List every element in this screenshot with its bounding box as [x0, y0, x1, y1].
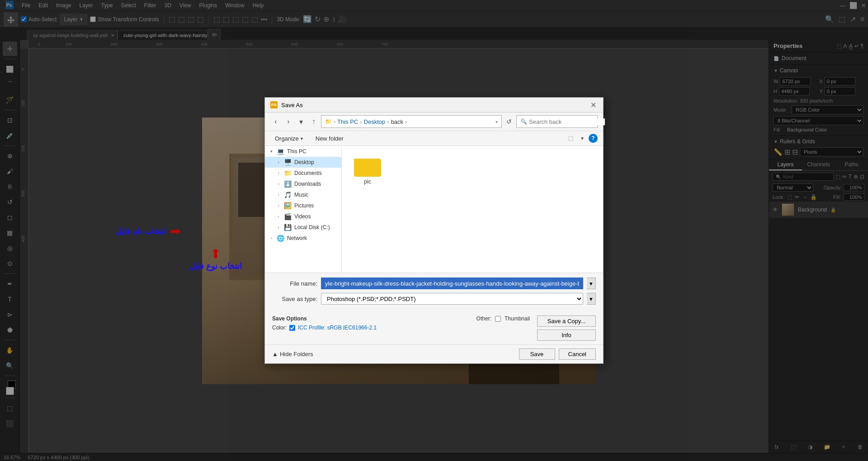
icc-checkbox[interactable]	[289, 325, 295, 331]
videos-label: Videos	[294, 213, 311, 220]
dialog-close-btn[interactable]: ✕	[589, 100, 598, 109]
filename-input[interactable]	[321, 278, 583, 289]
music-icon: 🎵	[284, 191, 292, 198]
annotation-filename: انتخاب نام فایل ➡	[115, 224, 180, 239]
breadcrumb-sep3: ›	[405, 118, 407, 125]
sidebar-desktop[interactable]: › 🖥️ Desktop	[265, 157, 341, 168]
dialog-form: File name: ▾ Save as type: Photoshop (*.…	[265, 273, 603, 313]
save-copy-btn[interactable]: Save a Copy...	[537, 315, 596, 327]
this-pc-expand[interactable]: ▾	[269, 149, 274, 154]
nav-refresh-btn[interactable]: ↺	[504, 116, 514, 127]
dialog-body: ▾ 💻 This PC › 🖥️ Desktop › 📁 Documents	[265, 146, 603, 273]
other-label: Other:	[476, 315, 491, 322]
footer-buttons: Save Cancel	[519, 348, 596, 360]
annotation-filetype-text: انتخاب نوع فایل	[189, 261, 242, 271]
color-label: Color:	[272, 325, 287, 331]
savetype-label: Save as type:	[272, 296, 317, 302]
search-input[interactable]	[529, 118, 605, 125]
organize-arrow: ▾	[301, 136, 303, 141]
hide-folders-label: Hide Folders	[280, 351, 313, 358]
help-btn[interactable]: ?	[589, 134, 598, 143]
cancel-btn[interactable]: Cancel	[559, 348, 596, 360]
save-options-other: Other: Thumbnail	[476, 315, 530, 322]
view-dropdown-btn[interactable]: ▾	[577, 133, 588, 144]
dialog-toolbar: Organize ▾ New folder ⬚ ▾ ?	[265, 131, 603, 146]
network-label: Network	[287, 235, 307, 241]
dialog-sidebar: ▾ 💻 This PC › 🖥️ Desktop › 📁 Documents	[265, 146, 342, 273]
music-label: Music	[294, 192, 308, 198]
folder-body	[354, 159, 381, 177]
dialog-files: pic	[342, 146, 603, 273]
save-as-dialog: PS Save As ✕ ‹ › ▾ ↑ 📁 › This PC › Deskt…	[264, 97, 604, 364]
dialog-titlebar: PS Save As ✕	[265, 98, 603, 113]
annotation-filetype: ⬆ انتخاب نوع فایل	[189, 246, 242, 271]
savetype-dropdown-arrow[interactable]: ▾	[587, 293, 596, 305]
local-disk-expand[interactable]: ›	[276, 225, 281, 230]
sidebar-local-disk[interactable]: › 💾 Local Disk (C:)	[265, 222, 341, 233]
breadcrumb-sep2: ›	[387, 118, 389, 125]
network-expand[interactable]: ›	[269, 235, 274, 241]
breadcrumb-back: back	[391, 118, 403, 125]
local-disk-label: Local Disk (C:)	[294, 224, 330, 230]
save-options-content: Save Options Color: ICC Profile: sRGB IE…	[272, 315, 596, 341]
breadcrumb-dropdown-btn[interactable]: ▾	[495, 119, 498, 124]
save-options-section: Save Options Color: ICC Profile: sRGB IE…	[265, 313, 603, 344]
pic-folder-icon	[354, 155, 381, 177]
downloads-expand[interactable]: ›	[276, 181, 281, 187]
save-options-title: Save Options	[272, 315, 469, 322]
desktop-label: Desktop	[294, 159, 314, 165]
documents-expand[interactable]: ›	[276, 170, 281, 176]
videos-expand[interactable]: ›	[276, 214, 281, 219]
sidebar-documents[interactable]: › 📁 Documents	[265, 168, 341, 179]
savetype-select[interactable]: Photoshop (*.PSD;*.PDD;*.PSDT)	[321, 293, 583, 305]
breadcrumb-this-pc[interactable]: This PC	[337, 118, 358, 125]
organize-label: Organize	[275, 135, 299, 142]
nav-back-btn[interactable]: ‹	[270, 116, 281, 127]
organize-btn[interactable]: Organize ▾	[270, 134, 307, 143]
sidebar-pictures[interactable]: › 🖼️ Pictures	[265, 200, 341, 211]
info-btn[interactable]: Info	[537, 329, 596, 341]
sidebar-network[interactable]: › 🌐 Network	[265, 233, 341, 244]
search-box: 🔍	[516, 115, 598, 128]
search-icon: 🔍	[520, 118, 527, 125]
save-btn[interactable]: Save	[519, 348, 555, 360]
sidebar-videos[interactable]: › 🎬 Videos	[265, 211, 341, 222]
hide-folders-arrow: ▲	[272, 351, 278, 358]
view-icons: ⬚ ▾ ?	[565, 133, 598, 144]
save-options-left: Save Options Color: ICC Profile: sRGB IE…	[272, 315, 469, 331]
breadcrumb-sep1: ›	[360, 118, 362, 125]
dialog-titlebar-left: PS Save As	[270, 101, 303, 108]
pictures-icon: 🖼️	[284, 202, 292, 209]
pic-label: pic	[364, 179, 371, 185]
this-pc-label: This PC	[287, 148, 307, 155]
file-pic[interactable]: pic	[347, 151, 388, 188]
downloads-label: Downloads	[294, 181, 321, 187]
network-icon: 🌐	[277, 235, 284, 242]
new-folder-btn[interactable]: New folder	[311, 134, 348, 143]
nav-up-btn[interactable]: ↑	[308, 116, 319, 127]
breadcrumb-desktop[interactable]: Desktop	[364, 118, 386, 125]
other-row: Other: Thumbnail	[476, 315, 530, 322]
breadcrumb-sep0: ›	[334, 118, 335, 125]
annotation-filename-text: انتخاب نام فایل	[115, 226, 166, 236]
thumbnail-label: Thumbnail	[505, 315, 530, 322]
nav-forward-btn[interactable]: ›	[283, 116, 294, 127]
sidebar-this-pc[interactable]: ▾ 💻 This PC	[265, 146, 341, 157]
dialog-title: Save As	[281, 102, 303, 108]
desktop-expand[interactable]: ›	[276, 160, 281, 165]
sidebar-music[interactable]: › 🎵 Music	[265, 189, 341, 200]
local-disk-icon: 💾	[284, 224, 292, 231]
icc-label[interactable]: ICC Profile: sRGB IEC61966-2.1	[298, 325, 377, 331]
music-expand[interactable]: ›	[276, 192, 281, 198]
view-icon-btn[interactable]: ⬚	[565, 133, 576, 144]
sidebar-downloads[interactable]: › ⬇️ Downloads	[265, 179, 341, 189]
dialog-nav: ‹ › ▾ ↑ 📁 › This PC › Desktop › back › ▾…	[265, 113, 603, 131]
filename-dropdown-arrow[interactable]: ▾	[587, 278, 596, 289]
hide-folders-btn[interactable]: ▲ Hide Folders	[272, 351, 313, 358]
documents-icon: 📁	[284, 169, 292, 177]
nav-recent-btn[interactable]: ▾	[296, 116, 307, 127]
pictures-expand[interactable]: ›	[276, 203, 281, 208]
videos-icon: 🎬	[284, 213, 292, 220]
filename-label: File name:	[272, 280, 317, 287]
thumbnail-checkbox[interactable]	[495, 316, 501, 322]
